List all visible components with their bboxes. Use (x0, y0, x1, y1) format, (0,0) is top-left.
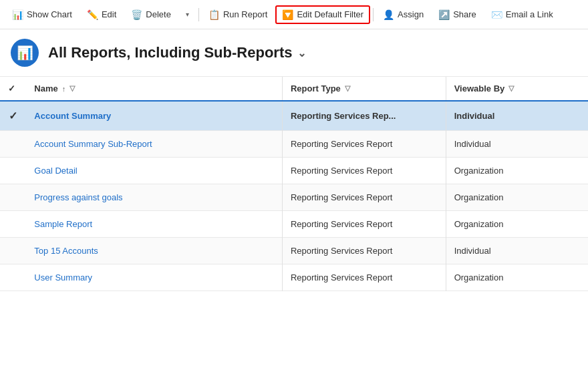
table-row[interactable]: Account Summary Sub-ReportReporting Serv… (0, 131, 588, 158)
report-name-link[interactable]: Goal Detail (34, 166, 77, 176)
filter-icon: 🔽 (282, 9, 293, 20)
row-check-cell[interactable] (0, 184, 26, 211)
share-icon: ↗️ (438, 9, 450, 20)
check-mark: ✓ (9, 110, 17, 122)
report-type-column-header: Report Type ▽ (282, 77, 446, 101)
row-viewable-by-cell: Individual (446, 101, 588, 131)
page-title: All Reports, Including Sub-Reports ⌄ (48, 44, 306, 61)
row-report-type-cell: Reporting Services Report (282, 238, 446, 264)
row-name-cell: Account Summary Sub-Report (26, 131, 282, 158)
email-icon: ✉️ (491, 9, 502, 20)
assign-icon: 👤 (383, 9, 394, 20)
report-name-link[interactable]: Account Summary Sub-Report (34, 139, 152, 149)
edit-default-filter-button[interactable]: 🔽 Edit Default Filter (275, 5, 370, 24)
assign-button[interactable]: 👤 Assign (376, 5, 430, 24)
table-row[interactable]: ✓Account SummaryReporting Services Rep..… (0, 101, 588, 131)
chart-icon: 📊 (12, 9, 23, 20)
delete-icon: 🗑️ (131, 9, 142, 20)
row-report-type-cell: Reporting Services Report (282, 264, 446, 291)
toolbar: 📊 Show Chart ✏️ Edit 🗑️ Delete ▾ 📋 Run R… (0, 0, 588, 29)
row-viewable-by-cell: Organization (446, 264, 588, 291)
name-column-header: Name ↑ ▽ (26, 77, 282, 101)
row-report-type-cell: Reporting Services Report (282, 158, 446, 184)
table-body: ✓Account SummaryReporting Services Rep..… (0, 101, 588, 291)
row-check-cell[interactable] (0, 264, 26, 291)
row-name-cell: Progress against goals (26, 184, 282, 211)
table-row[interactable]: Goal DetailReporting Services ReportOrga… (0, 158, 588, 184)
row-check-cell[interactable] (0, 158, 26, 184)
row-viewable-by-cell: Organization (446, 158, 588, 184)
row-report-type-cell: Reporting Services Report (282, 184, 446, 211)
share-button[interactable]: ↗️ Share (432, 5, 483, 24)
toolbar-divider (198, 8, 199, 21)
more-dropdown-button[interactable]: ▾ (179, 7, 196, 22)
reports-table: ✓ Name ↑ ▽ Report Type ▽ (0, 77, 588, 291)
run-report-icon: 📋 (208, 9, 220, 20)
reports-table-container: ✓ Name ↑ ▽ Report Type ▽ (0, 77, 588, 376)
page-header: 📊 All Reports, Including Sub-Reports ⌄ (0, 29, 588, 77)
report-name-link[interactable]: User Summary (34, 272, 92, 283)
row-name-cell: Account Summary (26, 101, 282, 131)
email-link-button[interactable]: ✉️ Email a Link (484, 5, 560, 24)
run-report-button[interactable]: 📋 Run Report (202, 5, 274, 24)
toolbar-divider-2 (373, 8, 374, 21)
name-filter-icon[interactable]: ▽ (69, 84, 75, 93)
table-row[interactable]: User SummaryReporting Services ReportOrg… (0, 264, 588, 291)
report-name-link[interactable]: Account Summary (34, 111, 111, 121)
header-icon: 📊 (11, 39, 39, 67)
row-report-type-cell: Reporting Services Report (282, 131, 446, 158)
edit-icon: ✏️ (87, 9, 98, 20)
table-row[interactable]: Top 15 AccountsReporting Services Report… (0, 238, 588, 264)
row-check-cell[interactable] (0, 131, 26, 158)
row-name-cell: User Summary (26, 264, 282, 291)
row-viewable-by-cell: Organization (446, 211, 588, 238)
table-header-row: ✓ Name ↑ ▽ Report Type ▽ (0, 77, 588, 101)
row-check-cell[interactable] (0, 238, 26, 264)
viewable-by-filter-icon[interactable]: ▽ (508, 84, 514, 93)
row-viewable-by-cell: Individual (446, 131, 588, 158)
report-name-link[interactable]: Progress against goals (34, 192, 122, 202)
row-check-cell[interactable] (0, 211, 26, 238)
report-type-filter-icon[interactable]: ▽ (345, 84, 350, 93)
row-check-cell[interactable]: ✓ (0, 101, 26, 131)
chevron-down-icon: ▾ (186, 11, 189, 18)
row-name-cell: Sample Report (26, 211, 282, 238)
row-report-type-cell: Reporting Services Report (282, 211, 446, 238)
table-row[interactable]: Sample ReportReporting Services ReportOr… (0, 211, 588, 238)
report-name-link[interactable]: Sample Report (34, 219, 92, 229)
chevron-down-icon[interactable]: ⌄ (297, 47, 306, 59)
report-name-link[interactable]: Top 15 Accounts (34, 246, 98, 256)
delete-button[interactable]: 🗑️ Delete (124, 5, 178, 24)
edit-button[interactable]: ✏️ Edit (80, 5, 123, 24)
show-chart-button[interactable]: 📊 Show Chart (5, 5, 79, 24)
sort-icon[interactable]: ↑ (62, 85, 66, 93)
row-name-cell: Top 15 Accounts (26, 238, 282, 264)
row-name-cell: Goal Detail (26, 158, 282, 184)
row-viewable-by-cell: Individual (446, 238, 588, 264)
check-column-header: ✓ (0, 77, 26, 101)
row-viewable-by-cell: Organization (446, 184, 588, 211)
table-row[interactable]: Progress against goalsReporting Services… (0, 184, 588, 211)
row-report-type-cell: Reporting Services Rep... (282, 101, 446, 131)
viewable-by-column-header: Viewable By ▽ (446, 77, 588, 101)
